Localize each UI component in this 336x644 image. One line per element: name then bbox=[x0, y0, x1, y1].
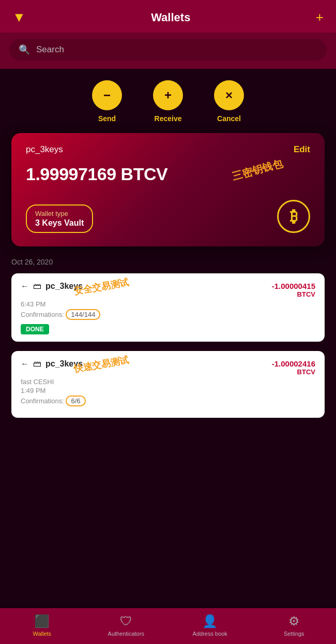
nav-item-settings[interactable]: ⚙ Settings bbox=[273, 614, 315, 637]
address-book-label: Address book bbox=[193, 631, 227, 637]
tx2-confirmations: Confirmations: 6/6 bbox=[21, 396, 315, 406]
tx1-status: DONE bbox=[21, 324, 49, 334]
send-icon: − bbox=[92, 80, 122, 110]
tx1-confirmations: Confirmations: 144/144 bbox=[21, 309, 315, 320]
transaction-date: Oct 26, 2020 bbox=[11, 258, 325, 266]
tx2-wallet-icon: 🗃 bbox=[33, 359, 41, 369]
bottom-nav: ⬛ Wallets 🛡 Authenticators 👤 Address boo… bbox=[0, 608, 336, 644]
nav-item-wallets[interactable]: ⬛ Wallets bbox=[21, 614, 63, 637]
tx2-arrow: ← bbox=[21, 359, 29, 369]
tx1-unit: BTCV bbox=[272, 290, 315, 298]
wallet-card-section: pc_3keys Edit 1.99997169 BTCV 三密钥钱包 Wall… bbox=[0, 128, 336, 246]
wallets-label: Wallets bbox=[33, 631, 51, 637]
cancel-label: Cancel bbox=[217, 114, 241, 123]
tx2-amount: -1.00002416 bbox=[272, 359, 315, 368]
receive-button[interactable]: + Receive bbox=[153, 80, 183, 123]
tx2-unit: BTCV bbox=[272, 368, 315, 376]
action-row: − Send + Receive × Cancel bbox=[0, 69, 336, 128]
tx2-time: 1:49 PM bbox=[21, 387, 315, 394]
tx1-amount: -1.00000415 bbox=[272, 282, 315, 290]
send-label: Send bbox=[98, 114, 116, 123]
settings-label: Settings bbox=[284, 631, 304, 637]
btc-icon: ₿ bbox=[277, 200, 310, 233]
card-wallet-name: pc_3keys bbox=[26, 144, 63, 155]
tx1-arrow: ← bbox=[21, 282, 29, 291]
tx2-conf-circle: 6/6 bbox=[66, 396, 85, 406]
wallet-type-label: Wallet type bbox=[35, 210, 84, 217]
search-icon: 🔍 bbox=[19, 44, 30, 55]
wallet-type-value: 3 Keys Vault bbox=[35, 218, 84, 228]
add-icon[interactable]: + bbox=[316, 9, 324, 25]
tx2-label: fast CESHI bbox=[21, 378, 315, 386]
search-input[interactable] bbox=[36, 45, 317, 55]
tx1-conf-circle: 144/144 bbox=[66, 309, 100, 320]
search-inner[interactable]: 🔍 bbox=[9, 39, 327, 61]
header: ▼ Wallets + bbox=[0, 0, 336, 33]
nav-item-address-book[interactable]: 👤 Address book bbox=[189, 614, 231, 637]
tx1-time: 6:43 PM bbox=[21, 300, 315, 308]
settings-icon: ⚙ bbox=[288, 614, 300, 628]
cancel-icon: × bbox=[214, 80, 244, 110]
filter-icon[interactable]: ▼ bbox=[12, 9, 26, 25]
authenticators-label: Authenticators bbox=[108, 631, 144, 637]
receive-icon: + bbox=[153, 80, 183, 110]
authenticators-icon: 🛡 bbox=[120, 614, 132, 628]
send-button[interactable]: − Send bbox=[92, 80, 122, 123]
edit-button[interactable]: Edit bbox=[294, 144, 310, 155]
list-item[interactable]: 快速交易测试 ← 🗃 pc_3keys -1.00002416 BTCV fas… bbox=[11, 351, 325, 418]
address-book-icon: 👤 bbox=[202, 614, 218, 628]
tx2-prefix: fast CESHI bbox=[21, 378, 54, 386]
transactions-section: Oct 26, 2020 安全交易测试 ← 🗃 pc_3keys -1.0000… bbox=[0, 246, 336, 418]
page-title: Wallets bbox=[151, 11, 190, 24]
tx2-name: pc_3keys bbox=[45, 359, 83, 369]
nav-item-authenticators[interactable]: 🛡 Authenticators bbox=[105, 614, 147, 637]
cancel-button[interactable]: × Cancel bbox=[214, 80, 244, 123]
tx1-wallet-icon: 🗃 bbox=[33, 282, 41, 291]
receive-label: Receive bbox=[155, 114, 182, 123]
list-item[interactable]: 安全交易测试 ← 🗃 pc_3keys -1.00000415 BTCV 6:4… bbox=[11, 273, 325, 342]
wallets-icon: ⬛ bbox=[34, 614, 50, 628]
card-balance: 1.99997169 BTCV bbox=[26, 164, 310, 184]
wallet-card[interactable]: pc_3keys Edit 1.99997169 BTCV 三密钥钱包 Wall… bbox=[11, 133, 325, 246]
tx1-name: pc_3keys bbox=[45, 282, 83, 291]
search-bar: 🔍 bbox=[0, 33, 336, 69]
wallet-type-badge: Wallet type 3 Keys Vault bbox=[26, 204, 93, 233]
